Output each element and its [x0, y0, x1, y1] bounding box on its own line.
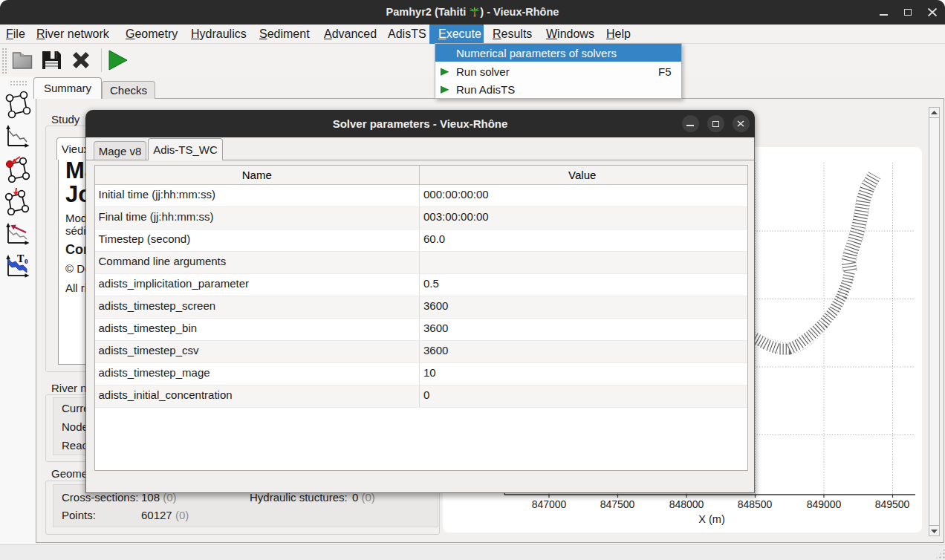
- svg-text:T: T: [17, 253, 25, 264]
- svg-text:0: 0: [25, 258, 28, 265]
